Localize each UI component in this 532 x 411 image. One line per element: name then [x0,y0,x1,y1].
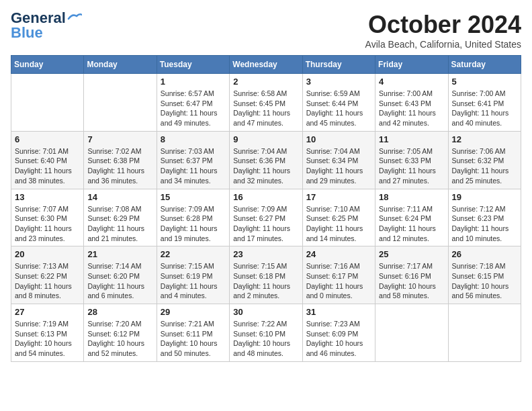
day-info: Sunrise: 7:02 AM Sunset: 6:38 PM Dayligh… [87,146,152,186]
day-number: 28 [87,307,152,317]
day-info: Sunrise: 7:09 AM Sunset: 6:27 PM Dayligh… [233,204,298,244]
day-info: Sunrise: 7:10 AM Sunset: 6:25 PM Dayligh… [306,204,371,244]
day-info: Sunrise: 7:17 AM Sunset: 6:16 PM Dayligh… [379,261,444,301]
day-number: 25 [379,249,444,259]
calendar-week-row: 13Sunrise: 7:07 AM Sunset: 6:30 PM Dayli… [11,189,521,246]
day-number: 11 [379,134,444,144]
day-info: Sunrise: 7:21 AM Sunset: 6:11 PM Dayligh… [161,319,226,359]
day-info: Sunrise: 6:59 AM Sunset: 6:44 PM Dayligh… [306,89,371,128]
day-info: Sunrise: 7:20 AM Sunset: 6:12 PM Dayligh… [87,319,152,359]
calendar-cell [375,304,448,362]
day-number: 15 [161,192,226,202]
calendar-header-row: SundayMondayTuesdayWednesdayThursdayFrid… [11,56,521,74]
day-number: 20 [15,249,80,259]
day-info: Sunrise: 7:22 AM Sunset: 6:10 PM Dayligh… [233,319,298,359]
page-header: General Blue October 2024 Avila Beach, C… [11,11,521,50]
calendar-cell: 8Sunrise: 7:03 AM Sunset: 6:37 PM Daylig… [157,131,229,189]
day-info: Sunrise: 7:07 AM Sunset: 6:30 PM Dayligh… [15,204,80,244]
logo: General Blue [11,11,82,40]
weekday-header-wednesday: Wednesday [230,56,302,74]
calendar-week-row: 20Sunrise: 7:13 AM Sunset: 6:22 PM Dayli… [11,246,521,304]
calendar-cell: 12Sunrise: 7:06 AM Sunset: 6:32 PM Dayli… [448,131,521,189]
day-info: Sunrise: 7:00 AM Sunset: 6:43 PM Dayligh… [379,89,444,128]
day-info: Sunrise: 7:04 AM Sunset: 6:34 PM Dayligh… [306,146,371,186]
calendar-week-row: 27Sunrise: 7:19 AM Sunset: 6:13 PM Dayli… [11,304,521,362]
weekday-header-friday: Friday [375,56,448,74]
day-info: Sunrise: 7:11 AM Sunset: 6:24 PM Dayligh… [379,204,444,244]
calendar-cell [448,304,521,362]
calendar-cell: 28Sunrise: 7:20 AM Sunset: 6:12 PM Dayli… [84,304,157,362]
calendar-cell: 22Sunrise: 7:15 AM Sunset: 6:19 PM Dayli… [157,246,229,304]
day-info: Sunrise: 7:23 AM Sunset: 6:09 PM Dayligh… [306,319,371,359]
calendar-cell: 15Sunrise: 7:09 AM Sunset: 6:28 PM Dayli… [157,189,229,246]
day-number: 27 [15,307,80,317]
calendar-cell: 19Sunrise: 7:12 AM Sunset: 6:23 PM Dayli… [448,189,521,246]
calendar-week-row: 6Sunrise: 7:01 AM Sunset: 6:40 PM Daylig… [11,131,521,189]
day-number: 7 [87,134,152,144]
calendar-cell: 6Sunrise: 7:01 AM Sunset: 6:40 PM Daylig… [11,131,84,189]
day-number: 22 [161,249,226,259]
calendar-cell [11,74,84,132]
calendar-cell: 17Sunrise: 7:10 AM Sunset: 6:25 PM Dayli… [302,189,375,246]
calendar-cell: 13Sunrise: 7:07 AM Sunset: 6:30 PM Dayli… [11,189,84,246]
day-number: 23 [233,249,298,259]
calendar-table: SundayMondayTuesdayWednesdayThursdayFrid… [11,55,521,362]
day-info: Sunrise: 7:13 AM Sunset: 6:22 PM Dayligh… [15,261,80,301]
day-number: 24 [306,249,371,259]
calendar-cell: 20Sunrise: 7:13 AM Sunset: 6:22 PM Dayli… [11,246,84,304]
calendar-cell: 23Sunrise: 7:15 AM Sunset: 6:18 PM Dayli… [230,246,302,304]
day-info: Sunrise: 6:57 AM Sunset: 6:47 PM Dayligh… [161,89,226,128]
day-info: Sunrise: 7:09 AM Sunset: 6:28 PM Dayligh… [161,204,226,244]
day-info: Sunrise: 7:19 AM Sunset: 6:13 PM Dayligh… [15,319,80,359]
calendar-cell: 16Sunrise: 7:09 AM Sunset: 6:27 PM Dayli… [230,189,302,246]
day-number: 21 [87,249,152,259]
day-number: 16 [233,192,298,202]
day-number: 19 [452,192,517,202]
day-info: Sunrise: 7:01 AM Sunset: 6:40 PM Dayligh… [15,146,80,186]
calendar-cell: 21Sunrise: 7:14 AM Sunset: 6:20 PM Dayli… [84,246,157,304]
calendar-cell: 26Sunrise: 7:18 AM Sunset: 6:15 PM Dayli… [448,246,521,304]
day-number: 10 [306,134,371,144]
day-number: 3 [306,77,371,87]
day-info: Sunrise: 7:00 AM Sunset: 6:41 PM Dayligh… [452,89,517,128]
day-info: Sunrise: 7:15 AM Sunset: 6:18 PM Dayligh… [233,261,298,301]
weekday-header-monday: Monday [84,56,157,74]
calendar-cell: 31Sunrise: 7:23 AM Sunset: 6:09 PM Dayli… [302,304,375,362]
day-number: 5 [452,77,517,87]
day-number: 17 [306,192,371,202]
day-info: Sunrise: 7:04 AM Sunset: 6:36 PM Dayligh… [233,146,298,186]
calendar-cell: 3Sunrise: 6:59 AM Sunset: 6:44 PM Daylig… [302,74,375,132]
day-info: Sunrise: 7:08 AM Sunset: 6:29 PM Dayligh… [87,204,152,244]
day-number: 29 [161,307,226,317]
month-title: October 2024 [365,11,521,39]
calendar-week-row: 1Sunrise: 6:57 AM Sunset: 6:47 PM Daylig… [11,74,521,132]
location-subtitle: Avila Beach, California, United States [365,39,521,50]
day-info: Sunrise: 7:05 AM Sunset: 6:33 PM Dayligh… [379,146,444,186]
logo-bird-icon [67,12,82,23]
day-number: 30 [233,307,298,317]
calendar-cell [84,74,157,132]
calendar-cell: 11Sunrise: 7:05 AM Sunset: 6:33 PM Dayli… [375,131,448,189]
day-info: Sunrise: 6:58 AM Sunset: 6:45 PM Dayligh… [233,89,298,128]
day-number: 2 [233,77,298,87]
day-number: 14 [87,192,152,202]
calendar-cell: 18Sunrise: 7:11 AM Sunset: 6:24 PM Dayli… [375,189,448,246]
day-number: 9 [233,134,298,144]
weekday-header-sunday: Sunday [11,56,84,74]
calendar-cell: 10Sunrise: 7:04 AM Sunset: 6:34 PM Dayli… [302,131,375,189]
calendar-cell: 2Sunrise: 6:58 AM Sunset: 6:45 PM Daylig… [230,74,302,132]
weekday-header-tuesday: Tuesday [157,56,229,74]
logo-blue-text: Blue [11,26,43,40]
day-number: 1 [161,77,226,87]
calendar-cell: 1Sunrise: 6:57 AM Sunset: 6:47 PM Daylig… [157,74,229,132]
calendar-cell: 29Sunrise: 7:21 AM Sunset: 6:11 PM Dayli… [157,304,229,362]
day-number: 13 [15,192,80,202]
day-number: 8 [161,134,226,144]
day-info: Sunrise: 7:14 AM Sunset: 6:20 PM Dayligh… [87,261,152,301]
calendar-cell: 30Sunrise: 7:22 AM Sunset: 6:10 PM Dayli… [230,304,302,362]
day-number: 4 [379,77,444,87]
logo-text: General [11,11,66,26]
day-number: 31 [306,307,371,317]
calendar-cell: 9Sunrise: 7:04 AM Sunset: 6:36 PM Daylig… [230,131,302,189]
calendar-cell: 14Sunrise: 7:08 AM Sunset: 6:29 PM Dayli… [84,189,157,246]
